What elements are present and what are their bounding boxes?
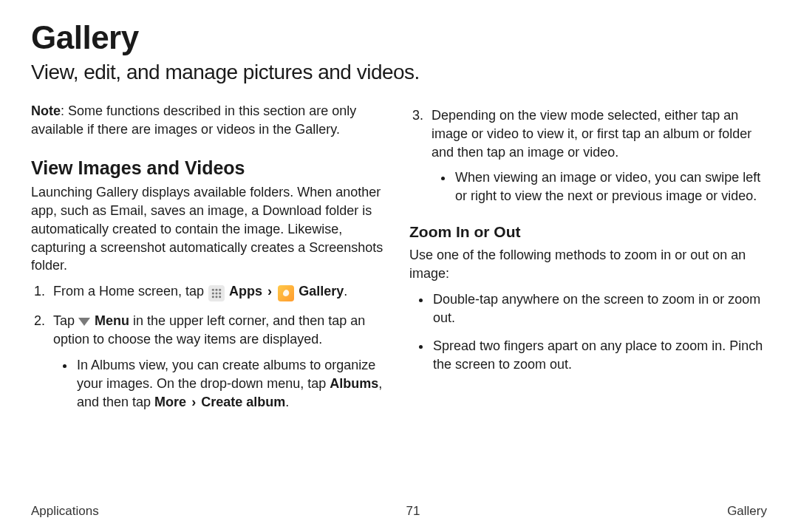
step1-suffix: . bbox=[344, 284, 347, 299]
apps-label: Apps bbox=[229, 284, 262, 299]
svg-point-6 bbox=[212, 296, 214, 298]
footer-right: Gallery bbox=[727, 504, 767, 519]
create-album-label: Create album bbox=[201, 395, 285, 409]
step2-sub-bullet: In Albums view, you can create albums to… bbox=[75, 356, 389, 411]
note-text: : Some functions described in this secti… bbox=[31, 103, 356, 137]
step3-text: Depending on the view mode selected, eit… bbox=[432, 108, 751, 160]
svg-point-2 bbox=[219, 289, 221, 291]
menu-label: Menu bbox=[95, 313, 129, 328]
footer-left: Applications bbox=[31, 504, 99, 519]
page-subtitle: View, edit, and manage pictures and vide… bbox=[31, 61, 767, 84]
step3-sub-bullet: When viewing an image or video, you can … bbox=[454, 168, 767, 205]
svg-point-1 bbox=[216, 289, 218, 291]
step2b-suffix: . bbox=[285, 395, 289, 409]
dropdown-triangle-icon bbox=[78, 318, 90, 326]
note-paragraph: Note: Some functions described in this s… bbox=[31, 102, 389, 139]
step2-prefix: Tap bbox=[53, 313, 78, 328]
step-3: Depending on the view mode selected, eit… bbox=[427, 106, 767, 205]
more-label: More bbox=[154, 395, 186, 409]
svg-point-0 bbox=[212, 289, 214, 291]
page-title: Gallery bbox=[31, 19, 767, 56]
svg-point-8 bbox=[219, 296, 221, 298]
chevron-right-icon: › bbox=[190, 395, 197, 409]
svg-point-5 bbox=[219, 293, 221, 295]
zoom-bullet-2: Spread two fingers apart on any place to… bbox=[432, 337, 767, 374]
heading-zoom: Zoom In or Out bbox=[409, 222, 767, 243]
column-left: Note: Some functions described in this s… bbox=[31, 99, 389, 421]
step-1: From a Home screen, tap Apps › Gallery. bbox=[49, 282, 389, 301]
page-footer: Applications 71 Gallery bbox=[31, 504, 767, 519]
column-right: Depending on the view mode selected, eit… bbox=[409, 99, 767, 421]
zoom-intro: Use one of the following methods to zoom… bbox=[409, 246, 767, 283]
svg-point-7 bbox=[216, 296, 218, 298]
albums-label: Albums bbox=[330, 376, 378, 391]
zoom-bullet-1: Double-tap anywhere on the screen to zoo… bbox=[432, 290, 767, 327]
apps-icon bbox=[208, 285, 225, 301]
view-intro: Launching Gallery displays available fol… bbox=[31, 183, 389, 275]
chevron-right-icon: › bbox=[266, 284, 273, 299]
step1-prefix: From a Home screen, tap bbox=[53, 284, 208, 299]
note-label: Note bbox=[31, 103, 61, 118]
gallery-icon bbox=[278, 285, 294, 301]
heading-view-images: View Images and Videos bbox=[31, 155, 389, 181]
step-2: Tap Menu in the upper left corner, and t… bbox=[49, 312, 389, 411]
gallery-label: Gallery bbox=[299, 284, 344, 299]
svg-point-3 bbox=[212, 293, 214, 295]
svg-point-4 bbox=[216, 293, 218, 295]
footer-page-number: 71 bbox=[406, 504, 420, 519]
